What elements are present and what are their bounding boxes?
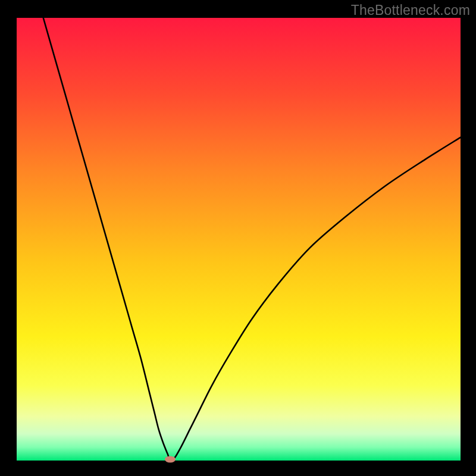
bottleneck-curve (17, 18, 461, 461)
chart-frame: TheBottleneck.com (0, 0, 476, 476)
watermark-text: TheBottleneck.com (351, 2, 470, 18)
optimal-point-marker (165, 456, 176, 462)
plot-area (17, 18, 461, 461)
